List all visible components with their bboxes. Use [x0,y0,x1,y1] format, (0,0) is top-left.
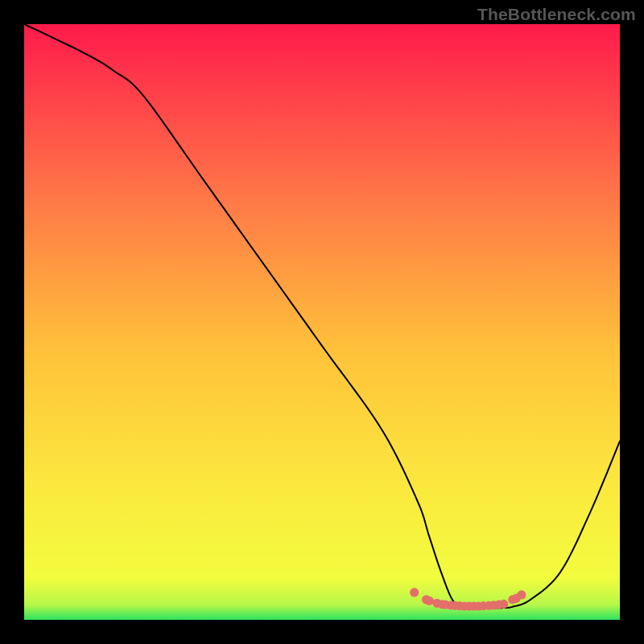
marker-dot [517,590,526,599]
plot-svg [24,24,620,620]
curve-line [24,24,620,608]
attribution-text: TheBottleneck.com [477,5,636,24]
marker-dot [425,597,434,605]
marker-dot [499,600,508,609]
plot-area [24,24,620,620]
chart-container: TheBottleneck.com [0,0,644,644]
marker-dot [410,588,419,597]
